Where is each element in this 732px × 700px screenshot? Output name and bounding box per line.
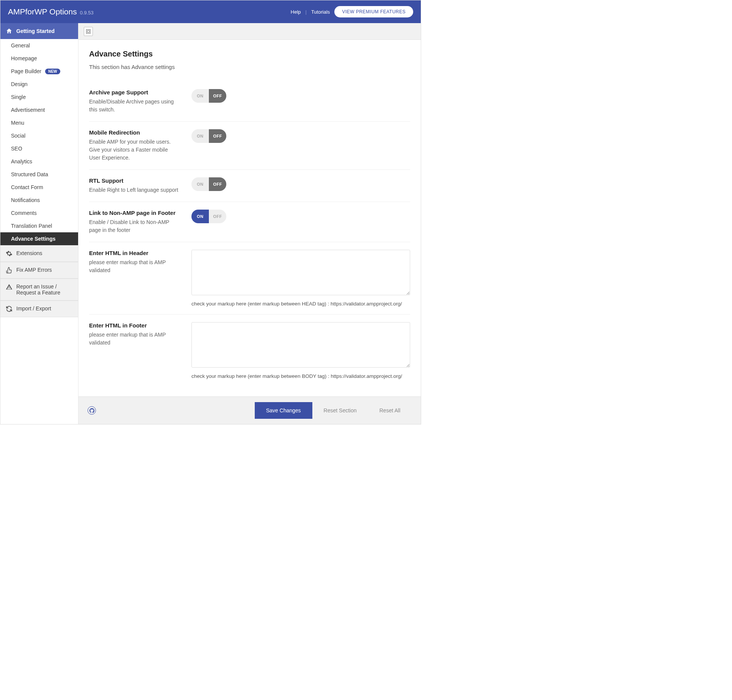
- sidebar-item-label: Comments: [11, 210, 37, 216]
- help-link[interactable]: Help: [291, 9, 301, 15]
- sidebar: Getting Started General Homepage Page Bu…: [0, 23, 78, 424]
- home-icon: [6, 28, 13, 34]
- field-html-header: Enter HTML in Header please enter markup…: [89, 242, 410, 315]
- sidebar-item-label: SEO: [11, 146, 22, 152]
- gear-icon: [6, 250, 13, 257]
- refresh-icon: [6, 305, 13, 312]
- toolbar: [78, 23, 421, 40]
- save-button[interactable]: Save Changes: [255, 402, 312, 419]
- content-area: Advance Settings This section has Advanc…: [78, 40, 421, 396]
- sidebar-item-notifications[interactable]: Notifications: [0, 194, 78, 207]
- sidebar-item-label: Menu: [11, 120, 24, 126]
- html-footer-textarea[interactable]: [191, 322, 410, 368]
- sidebar-item-label: Design: [11, 81, 28, 87]
- sidebar-item-comments[interactable]: Comments: [0, 207, 78, 219]
- reset-all-button[interactable]: Reset All: [368, 402, 412, 419]
- sidebar-item-design[interactable]: Design: [0, 78, 78, 91]
- svg-rect-0: [86, 29, 91, 33]
- reset-section-button[interactable]: Reset Section: [312, 402, 368, 419]
- page-description: This section has Advance settings: [89, 64, 410, 70]
- toggle-off-label: OFF: [209, 129, 226, 143]
- field-help: Enable/Disable Archive pages using this …: [89, 98, 180, 114]
- svg-rect-1: [87, 30, 89, 32]
- new-badge: NEW: [45, 69, 60, 74]
- sidebar-item-extensions[interactable]: Extensions: [0, 245, 78, 262]
- toggle-on-label: ON: [191, 177, 209, 191]
- sidebar-item-structured-data[interactable]: Structured Data: [0, 168, 78, 181]
- toggle-off-label: OFF: [209, 177, 226, 191]
- thumbs-up-icon: [6, 267, 13, 274]
- toggle-on-label: ON: [191, 210, 209, 223]
- sidebar-item-label: Fix AMP Errors: [16, 267, 52, 273]
- sidebar-item-label: Contact Form: [11, 184, 43, 190]
- sidebar-item-menu[interactable]: Menu: [0, 116, 78, 129]
- rtl-toggle[interactable]: ON OFF: [191, 177, 226, 191]
- field-label: Link to Non-AMP page in Footer: [89, 210, 180, 216]
- field-nonamp-link: Link to Non-AMP page in Footer Enable / …: [89, 202, 410, 242]
- sidebar-item-label: General: [11, 42, 30, 49]
- sidebar-item-getting-started[interactable]: Getting Started: [0, 23, 78, 39]
- field-help: please enter markup that is AMP validate…: [89, 258, 180, 274]
- nonamp-toggle[interactable]: ON OFF: [191, 210, 226, 223]
- sidebar-item-general[interactable]: General: [0, 39, 78, 52]
- github-icon[interactable]: [88, 406, 96, 415]
- sidebar-item-label: Import / Export: [16, 305, 51, 312]
- sidebar-item-advertisement[interactable]: Advertisement: [0, 103, 78, 116]
- sidebar-item-label: Advertisement: [11, 107, 45, 113]
- sidebar-item-label: Homepage: [11, 55, 37, 61]
- sidebar-item-label: Analytics: [11, 158, 32, 164]
- sidebar-item-page-builder[interactable]: Page Builder NEW: [0, 65, 78, 78]
- field-label: RTL Support: [89, 177, 180, 184]
- sidebar-item-report-issue[interactable]: Report an Issue / Request a Feature: [0, 279, 78, 301]
- field-help: Enable / Disable Link to Non-AMP page in…: [89, 218, 180, 234]
- sidebar-item-fix-errors[interactable]: Fix AMP Errors: [0, 262, 78, 279]
- field-label: Enter HTML in Footer: [89, 322, 180, 329]
- sidebar-item-label: Getting Started: [16, 28, 55, 34]
- field-help: Enable AMP for your mobile users. Give y…: [89, 138, 180, 162]
- field-help: Enable Right to Left language support: [89, 186, 180, 194]
- sidebar-item-homepage[interactable]: Homepage: [0, 52, 78, 65]
- html-header-textarea[interactable]: [191, 250, 410, 295]
- sidebar-item-translation-panel[interactable]: Translation Panel: [0, 219, 78, 232]
- sidebar-item-label: Structured Data: [11, 171, 48, 177]
- toggle-on-label: ON: [191, 129, 209, 143]
- field-archive-support: Archive page Support Enable/Disable Arch…: [89, 81, 410, 122]
- sidebar-item-label: Single: [11, 94, 26, 100]
- sidebar-item-import-export[interactable]: Import / Export: [0, 301, 78, 317]
- field-help: please enter markup that is AMP validate…: [89, 331, 180, 347]
- separator: |: [306, 9, 307, 15]
- toggle-off-label: OFF: [209, 89, 226, 103]
- field-mobile-redirection: Mobile Redirection Enable AMP for your m…: [89, 122, 410, 170]
- field-rtl-support: RTL Support Enable Right to Left languag…: [89, 170, 410, 202]
- sidebar-item-label: Translation Panel: [11, 223, 52, 229]
- field-label: Archive page Support: [89, 89, 180, 96]
- sidebar-item-label: Report an Issue / Request a Feature: [16, 283, 73, 296]
- header-bar: AMPforWP Options 0.9.53 Help | Tutorials…: [0, 0, 421, 23]
- mobile-toggle[interactable]: ON OFF: [191, 129, 226, 143]
- field-html-footer: Enter HTML in Footer please enter markup…: [89, 315, 410, 387]
- field-hint: check your markup here (enter markup bet…: [191, 301, 410, 307]
- sidebar-item-label: Advance Settings: [11, 236, 55, 242]
- field-hint: check your markup here (enter markup bet…: [191, 373, 410, 379]
- sidebar-item-social[interactable]: Social: [0, 129, 78, 142]
- sidebar-item-contact-form[interactable]: Contact Form: [0, 181, 78, 194]
- sidebar-item-label: Page Builder: [11, 68, 41, 74]
- warning-icon: [6, 283, 13, 290]
- footer-bar: Save Changes Reset Section Reset All: [78, 396, 421, 424]
- sidebar-item-analytics[interactable]: Analytics: [0, 155, 78, 168]
- sidebar-item-advance-settings[interactable]: Advance Settings: [0, 232, 78, 245]
- page-title: Advance Settings: [89, 50, 410, 58]
- tutorials-link[interactable]: Tutorials: [311, 9, 330, 15]
- sidebar-item-single[interactable]: Single: [0, 91, 78, 103]
- sidebar-item-label: Extensions: [16, 250, 42, 256]
- toggle-off-label: OFF: [209, 210, 226, 223]
- field-label: Enter HTML in Header: [89, 250, 180, 256]
- view-premium-button[interactable]: VIEW PREMIUM FEATURES: [334, 6, 413, 17]
- expand-toggle-button[interactable]: [84, 27, 93, 36]
- archive-toggle[interactable]: ON OFF: [191, 89, 226, 103]
- field-label: Mobile Redirection: [89, 129, 180, 136]
- app-version: 0.9.53: [80, 10, 94, 16]
- app-title: AMPforWP Options: [8, 7, 77, 16]
- sidebar-item-seo[interactable]: SEO: [0, 142, 78, 155]
- toggle-on-label: ON: [191, 89, 209, 103]
